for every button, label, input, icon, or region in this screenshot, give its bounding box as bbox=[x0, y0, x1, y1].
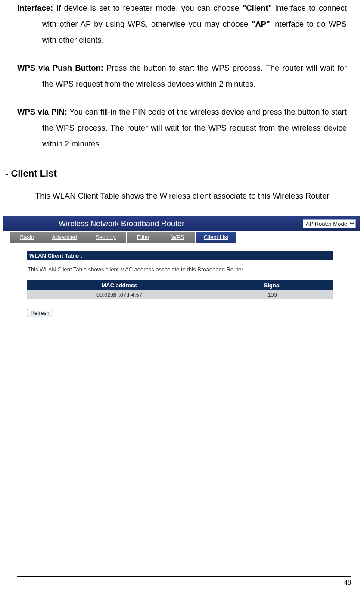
section-title: WLAN Client Table : bbox=[27, 251, 333, 260]
tabbar: Basic Advanced Security Filter WPS Clien… bbox=[3, 232, 360, 243]
tab-advanced[interactable]: Advanced bbox=[44, 232, 85, 243]
th-mac: MAC address bbox=[27, 280, 212, 290]
def-interface-label: Interface: bbox=[17, 3, 53, 12]
refresh-button[interactable]: Refresh bbox=[27, 309, 53, 317]
def-interface-text-a: If device is set to repeater mode, you c… bbox=[53, 3, 242, 12]
cell-signal: 100 bbox=[212, 290, 333, 299]
def-interface-ap: "AP" bbox=[252, 19, 270, 28]
def-interface-client: "Client" bbox=[242, 3, 272, 12]
cell-mac: 00:02:6F:07:F4:57 bbox=[27, 290, 212, 299]
router-title: Wireless Network Broadband Router bbox=[59, 219, 184, 228]
section-desc: This WLAN Client Table shows client MAC … bbox=[28, 266, 333, 273]
def-pin-label: WPS via PIN: bbox=[17, 107, 67, 116]
tab-basic[interactable]: Basic bbox=[10, 232, 44, 243]
table-row: 00:02:6F:07:F4:57 100 bbox=[27, 290, 333, 299]
th-signal: Signal bbox=[212, 280, 333, 290]
client-table: MAC address Signal 00:02:6F:07:F4:57 100 bbox=[27, 280, 333, 299]
router-header: Wireless Network Broadband Router AP Rou… bbox=[3, 216, 360, 231]
footer-rule bbox=[17, 576, 351, 577]
tab-filter[interactable]: Filter bbox=[127, 232, 160, 243]
router-screenshot: Wireless Network Broadband Router AP Rou… bbox=[3, 216, 360, 317]
tab-wps[interactable]: WPS bbox=[160, 232, 196, 243]
client-list-intro: This WLAN Client Table shows the Wireles… bbox=[17, 188, 347, 204]
tab-security[interactable]: Security bbox=[85, 232, 127, 243]
client-list-heading: - Client List bbox=[5, 168, 347, 179]
tab-client-list[interactable]: Client List bbox=[196, 232, 237, 243]
def-push-label: WPS via Push Button: bbox=[17, 63, 103, 72]
def-pin-text: You can fill-in the PIN code of the wire… bbox=[42, 107, 347, 148]
mode-select[interactable]: AP Router Mode bbox=[303, 219, 356, 228]
page-number: 48 bbox=[17, 578, 351, 586]
